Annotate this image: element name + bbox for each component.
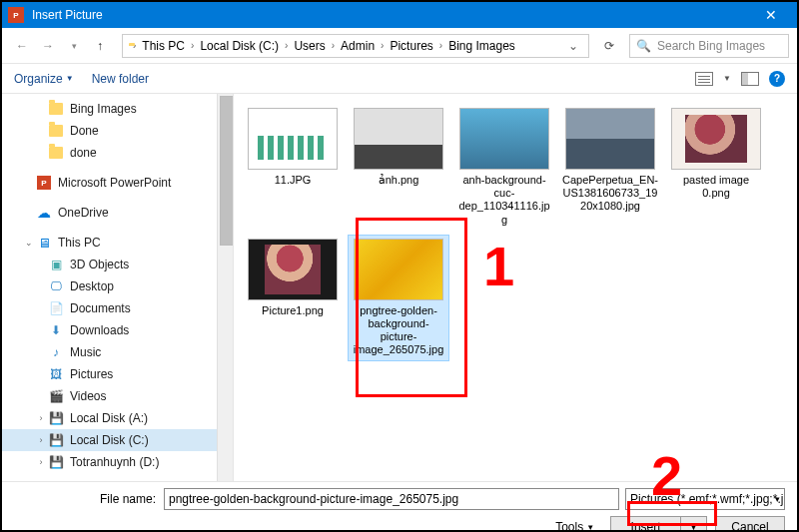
sidebar-item[interactable]: done (2, 142, 233, 164)
sidebar-item[interactable]: 🎬Videos (2, 385, 233, 407)
folder-icon (48, 123, 64, 139)
sidebar: Bing ImagesDonedonePMicrosoft PowerPoint… (2, 94, 234, 481)
view-large-icon[interactable] (695, 72, 713, 86)
tools-menu[interactable]: Tools▼ (555, 520, 594, 532)
chevron-right-icon: › (131, 40, 138, 51)
chevron-right-icon: › (283, 40, 290, 51)
filename-input[interactable] (164, 488, 619, 510)
file-name: CapePerpetua_EN-US1381606733_1920x1080.j… (562, 174, 658, 214)
sidebar-item-label: Done (70, 124, 99, 138)
sidebar-item[interactable]: ›💾Local Disk (A:) (2, 407, 233, 429)
search-input[interactable]: 🔍 Search Bing Images (629, 34, 789, 58)
up-button[interactable]: ↑ (88, 34, 112, 58)
newfolder-button[interactable]: New folder (92, 72, 149, 86)
view-dropdown[interactable]: ▼ (723, 74, 731, 83)
sidebar-item-label: This PC (58, 236, 101, 250)
sidebar-scrollbar[interactable] (217, 94, 233, 481)
sidebar-item-label: Local Disk (C:) (70, 433, 149, 447)
file-item[interactable]: anh-background-cuc-dep_110341116.jpg (453, 104, 555, 231)
downloads-icon: ⬇ (48, 322, 64, 338)
music-icon: ♪ (48, 344, 64, 360)
file-name: Picture1.png (262, 304, 324, 317)
onedrive-icon: ☁ (36, 205, 52, 221)
file-name: anh-background-cuc-dep_110341116.jpg (456, 174, 552, 227)
file-thumbnail (565, 108, 655, 170)
sidebar-item[interactable]: ›💾Local Disk (C:) (2, 429, 233, 451)
sidebar-item-label: OneDrive (58, 206, 109, 220)
breadcrumb-seg[interactable]: Users (290, 39, 329, 53)
file-name: ảnh.png (379, 174, 419, 187)
sidebar-item[interactable]: ♪Music (2, 341, 233, 363)
file-thumbnail (354, 108, 443, 170)
chevron-right-icon: › (330, 40, 337, 51)
view-details-icon[interactable] (741, 72, 759, 86)
expand-icon[interactable]: › (34, 413, 48, 423)
file-name: pasted image 0.png (669, 174, 763, 200)
recent-dropdown[interactable]: ▾ (62, 34, 86, 58)
file-pane[interactable]: 11.JPGảnh.pnganh-background-cuc-dep_1103… (234, 94, 797, 481)
organize-menu[interactable]: Organize▼ (14, 72, 74, 86)
chevron-right-icon: › (379, 40, 386, 51)
annotation-box-1 (356, 218, 467, 397)
chevron-right-icon: › (437, 40, 444, 51)
breadcrumb[interactable]: › This PC › Local Disk (C:) › Users › Ad… (122, 34, 589, 58)
sidebar-item[interactable]: 🖼Pictures (2, 363, 233, 385)
folder-icon (48, 145, 64, 161)
close-icon[interactable]: ✕ (751, 7, 791, 23)
docs-icon: 📄 (48, 300, 64, 316)
file-item[interactable]: CapePerpetua_EN-US1381606733_1920x1080.j… (559, 104, 661, 231)
sidebar-item[interactable]: Done (2, 120, 233, 142)
app-icon: P (8, 7, 24, 23)
file-item[interactable]: pasted image 0.png (665, 104, 767, 231)
sidebar-item[interactable]: Bing Images (2, 98, 233, 120)
sidebar-item[interactable]: ›💾Totranhuynh (D:) (2, 451, 233, 473)
back-button[interactable]: ← (10, 34, 34, 58)
sidebar-item-label: Downloads (70, 323, 129, 337)
sidebar-item-label: done (70, 146, 97, 160)
breadcrumb-seg[interactable]: Admin (337, 39, 379, 53)
sidebar-item[interactable]: 📄Documents (2, 297, 233, 319)
annotation-number-2: 2 (651, 443, 682, 508)
help-icon[interactable]: ? (769, 71, 785, 87)
cancel-button[interactable]: Cancel (715, 516, 785, 532)
navbar: ← → ▾ ↑ › This PC › Local Disk (C:) › Us… (2, 28, 797, 64)
forward-button: → (36, 34, 60, 58)
sidebar-item[interactable]: ⬇Downloads (2, 319, 233, 341)
file-thumbnail (671, 108, 761, 170)
breadcrumb-expand[interactable]: ⌄ (562, 39, 584, 53)
breadcrumb-seg[interactable]: Pictures (386, 39, 436, 53)
sidebar-item[interactable]: 🖵Desktop (2, 275, 233, 297)
sidebar-item[interactable]: PMicrosoft PowerPoint (2, 172, 233, 194)
sidebar-item-label: Bing Images (70, 102, 137, 116)
pictures-icon: 🖼 (48, 366, 64, 382)
desktop-icon: 🖵 (48, 278, 64, 294)
sidebar-item[interactable]: ☁OneDrive (2, 202, 233, 224)
file-thumbnail (248, 108, 338, 170)
sidebar-item-label: Pictures (70, 367, 113, 381)
titlebar: P Insert Picture ✕ (2, 2, 797, 28)
breadcrumb-seg[interactable]: Bing Images (444, 39, 519, 53)
pc-icon: 🖥 (36, 235, 52, 251)
sidebar-item[interactable]: ⌄🖥This PC (2, 232, 233, 254)
disk-icon: 💾 (48, 410, 64, 426)
sidebar-item-label: Desktop (70, 279, 114, 293)
sidebar-item-label: Totranhuynh (D:) (70, 455, 159, 469)
chevron-right-icon: › (189, 40, 196, 51)
expand-icon[interactable]: › (34, 435, 48, 445)
expand-icon[interactable]: › (34, 457, 48, 467)
window-title: Insert Picture (32, 8, 103, 22)
sidebar-item[interactable]: ▣3D Objects (2, 254, 233, 275)
file-item[interactable]: Picture1.png (242, 235, 344, 361)
file-item[interactable]: 11.JPG (242, 104, 344, 231)
disk-icon: 💾 (48, 454, 64, 470)
file-item[interactable]: ảnh.png (348, 104, 449, 231)
search-icon: 🔍 (636, 39, 651, 53)
breadcrumb-seg[interactable]: This PC (138, 39, 189, 53)
breadcrumb-seg[interactable]: Local Disk (C:) (196, 39, 283, 53)
file-thumbnail (459, 108, 549, 170)
expand-icon[interactable]: ⌄ (22, 238, 36, 248)
disk-icon: 💾 (48, 432, 64, 448)
toolbar: Organize▼ New folder ▼ ? (2, 64, 797, 94)
refresh-button[interactable]: ⟳ (597, 34, 621, 58)
sidebar-item-label: Local Disk (A:) (70, 411, 148, 425)
